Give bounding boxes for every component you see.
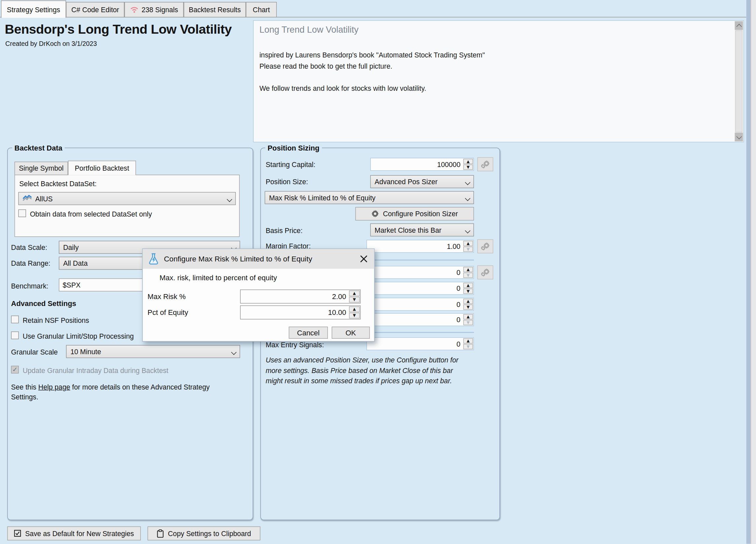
spin-up-button[interactable]: ▲ <box>349 291 360 297</box>
description-paragraph: We follow trends and look for stocks wit… <box>259 83 426 94</box>
max-entry-signals-label: Max Entry Signals: <box>266 341 324 349</box>
spinner-value: 10.00 <box>240 308 348 317</box>
spin-up-button[interactable]: ▲ <box>463 314 473 320</box>
help-page-link[interactable]: Help page <box>38 383 70 391</box>
spin-down-button[interactable]: ▼ <box>349 313 360 319</box>
sizer-param-spinner-2[interactable]: 0 ▲▼ <box>366 282 474 295</box>
tab-code-editor[interactable]: C# Code Editor <box>66 2 124 17</box>
group-title: Backtest Data <box>12 144 65 152</box>
tab-strategy-settings[interactable]: Strategy Settings <box>1 0 66 18</box>
data-range-label: Data Range: <box>11 259 50 267</box>
dataset-label: Select Backtest DataSet: <box>19 180 96 187</box>
clipboard-icon <box>157 529 164 538</box>
close-icon[interactable] <box>359 254 368 263</box>
update-granular-checkbox: ✓ <box>11 366 19 373</box>
pct-equity-spinner[interactable]: 10.00 ▲▼ <box>240 305 361 319</box>
position-size-label: Position Size: <box>266 178 308 185</box>
selected-value: 10 Minute <box>70 348 101 355</box>
button-label: Save as Default for New Strategies <box>25 529 134 537</box>
sizer-param-spinner-4[interactable]: 0 ▲▼ <box>366 313 474 326</box>
tab-single-symbol[interactable]: Single Symbol <box>15 162 68 175</box>
chevron-down-icon <box>465 195 471 201</box>
spin-down-button[interactable]: ▼ <box>463 304 473 310</box>
tab-signals[interactable]: 238 Signals <box>124 2 184 17</box>
tab-label: Backtest Results <box>189 6 241 14</box>
max-entry-signals-spinner[interactable]: 0 ▲▼ <box>366 337 474 350</box>
cancel-button[interactable]: Cancel <box>289 327 328 339</box>
collapsed-side-panel <box>751 0 756 544</box>
description-scrollbar[interactable] <box>735 21 743 141</box>
spin-up-button[interactable]: ▲ <box>463 338 473 344</box>
spin-up-button[interactable]: ▲ <box>463 267 473 272</box>
ok-button[interactable]: OK <box>332 327 370 339</box>
spin-down-button[interactable]: ▼ <box>463 320 473 325</box>
margin-factor-spinner[interactable]: 1.00 ▲▼ <box>366 240 474 252</box>
advanced-settings-title: Advanced Settings <box>11 299 76 307</box>
spinner-value: 0 <box>367 340 463 348</box>
selected-value: AllUS <box>35 195 53 202</box>
chevron-down-icon <box>465 179 471 185</box>
spinner-value: 0 <box>367 285 463 292</box>
strategy-description-box[interactable]: Long Trend Low Volatility inspired by La… <box>253 20 744 142</box>
save-as-default-button[interactable]: Save as Default for New Strategies <box>7 527 141 540</box>
gears-icon <box>481 242 490 250</box>
scroll-down-button[interactable] <box>735 133 743 141</box>
window-splitter-bar[interactable] <box>746 0 751 544</box>
max-risk-spinner[interactable]: 2.00 ▲▼ <box>240 290 361 304</box>
configure-position-sizer-button[interactable]: Configure Position Sizer <box>355 207 474 220</box>
spin-down-button[interactable]: ▼ <box>463 246 473 252</box>
copy-settings-button[interactable]: Copy Settings to Clipboard <box>147 527 260 540</box>
dataset-select[interactable]: AllUS <box>18 192 236 205</box>
spin-down-button[interactable]: ▼ <box>463 273 473 278</box>
spin-up-button[interactable]: ▲ <box>463 283 473 288</box>
starting-capital-spinner[interactable]: 100000 ▲▼ <box>370 158 474 171</box>
tab-label: Portfolio Backtest <box>75 164 129 172</box>
obtain-data-label: Obtain data from selected DataSet only <box>30 210 152 218</box>
spinner-value: 2.00 <box>240 293 348 301</box>
sizer-param-spinner-1[interactable]: 0 ▲▼ <box>366 266 474 279</box>
granular-processing-checkbox[interactable] <box>11 332 19 339</box>
data-scale-label: Data Scale: <box>11 243 47 251</box>
granular-scale-select[interactable]: 10 Minute <box>66 345 240 358</box>
input-value: $SPX <box>63 281 80 289</box>
spin-down-button[interactable]: ▼ <box>349 297 360 303</box>
description-heading: Long Trend Low Volatility <box>259 25 359 35</box>
spin-up-button[interactable]: ▲ <box>463 240 473 246</box>
spin-up-button[interactable]: ▲ <box>463 299 473 304</box>
obtain-data-checkbox[interactable] <box>18 209 26 217</box>
basis-price-select[interactable]: Market Close this Bar <box>370 223 474 236</box>
tab-backtest-results[interactable]: Backtest Results <box>184 2 246 17</box>
selected-value: Market Close this Bar <box>375 226 442 234</box>
selected-value: Max Risk % Limited to % of Equity <box>269 194 376 201</box>
button-label: Cancel <box>297 329 320 337</box>
advanced-help-text: See this Help page for more details on t… <box>11 382 236 402</box>
sizer-param-spinner-3[interactable]: 0 ▲▼ <box>366 298 474 311</box>
retain-nsf-checkbox[interactable] <box>11 316 19 323</box>
basis-price-label: Basis Price: <box>266 227 302 234</box>
position-size-select[interactable]: Advanced Pos Sizer <box>370 175 474 188</box>
flask-icon <box>147 252 160 265</box>
description-paragraph: inspired by Laurens Bensdorp's book "Aut… <box>259 50 485 72</box>
tab-chart[interactable]: Chart <box>246 2 277 17</box>
scroll-up-button[interactable] <box>735 21 743 30</box>
strategy-settings-window: Strategy Settings C# Code Editor 238 Sig… <box>0 0 756 544</box>
page-title: Bensdorp's Long Trend Low Volatility <box>5 22 232 37</box>
granular-scale-label: Granular Scale <box>11 348 58 356</box>
starting-capital-label: Starting Capital: <box>266 161 315 168</box>
gear-icon <box>371 210 379 217</box>
scrollbar-track[interactable] <box>735 30 742 132</box>
spinner-value: 100000 <box>371 160 463 168</box>
dialog-subtitle: Max. risk, limited to percent of equity <box>160 274 277 282</box>
spin-down-button[interactable]: ▼ <box>463 164 473 170</box>
page-subtitle: Created by DrKoch on 3/1/2023 <box>5 40 97 47</box>
spin-up-button[interactable]: ▲ <box>349 306 360 312</box>
signal-wifi-icon <box>130 6 138 13</box>
spin-down-button[interactable]: ▼ <box>463 344 473 349</box>
spin-up-button[interactable]: ▲ <box>463 159 473 164</box>
spinner-value: 0 <box>367 301 463 308</box>
spin-down-button[interactable]: ▼ <box>463 289 473 294</box>
dialog-title-bar[interactable]: Configure Max Risk % Limited to % of Equ… <box>143 249 374 269</box>
gears-icon <box>481 268 490 277</box>
sizer-method-select[interactable]: Max Risk % Limited to % of Equity <box>265 191 474 204</box>
tab-portfolio-backtest[interactable]: Portfolio Backtest <box>68 161 136 175</box>
